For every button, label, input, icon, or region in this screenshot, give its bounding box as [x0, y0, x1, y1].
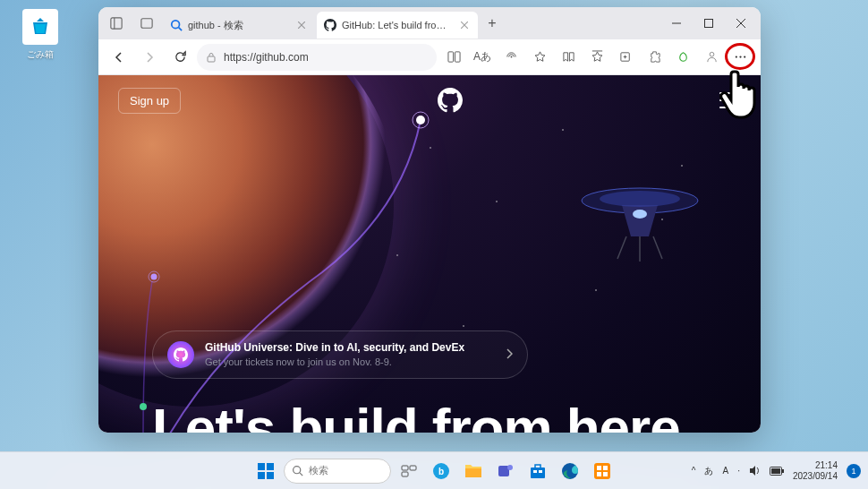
svg-point-15 [710, 52, 714, 56]
notification-badge[interactable]: 1 [847, 464, 861, 478]
performance-button[interactable] [669, 44, 696, 71]
hero-heading: Let's build from here [152, 396, 680, 433]
svg-point-29 [600, 191, 680, 207]
github-favicon-icon [324, 19, 336, 31]
svg-point-18 [744, 56, 745, 57]
profile-button[interactable] [698, 44, 725, 71]
battery-icon[interactable] [770, 467, 784, 476]
volume-icon[interactable] [749, 465, 761, 476]
network-icon[interactable]: · [737, 466, 740, 476]
svg-rect-47 [539, 470, 542, 473]
favorites-bar-button[interactable] [583, 44, 610, 71]
tab-github[interactable]: GitHub: Let's build from here · Gi [317, 12, 478, 39]
menu-button[interactable] [719, 92, 741, 108]
url-input[interactable]: https://github.com [197, 44, 437, 71]
translate-button[interactable]: Aあ [469, 44, 496, 71]
lock-icon [206, 52, 217, 63]
svg-rect-45 [531, 468, 545, 478]
svg-point-30 [633, 210, 647, 219]
tab-search-title: github - 検索 [188, 19, 290, 32]
tray-expand-icon[interactable]: ^ [692, 466, 696, 476]
svg-rect-2 [141, 19, 152, 29]
universe-promo-link[interactable]: GitHub Universe: Dive in to AI, security… [152, 330, 528, 379]
tab-github-title: GitHub: Let's build from here · Gi [342, 20, 453, 30]
svg-point-3 [172, 21, 180, 29]
settings-menu-button[interactable] [727, 44, 753, 71]
read-aloud-button[interactable] [498, 44, 524, 71]
recycle-bin-label: ごみ箱 [18, 48, 63, 61]
date-text: 2023/09/14 [793, 471, 838, 482]
search-placeholder: 検索 [309, 464, 328, 477]
promo-text: GitHub Universe: Dive in to AI, security… [205, 341, 495, 368]
teams-button[interactable] [491, 457, 520, 485]
svg-rect-51 [603, 466, 608, 470]
reading-list-button[interactable] [555, 44, 582, 71]
ime-alpha-indicator[interactable]: A [722, 466, 728, 476]
tab-search[interactable]: github - 検索 [163, 12, 315, 39]
github-logo-icon[interactable] [438, 88, 463, 113]
url-text: https://github.com [224, 51, 309, 64]
taskbar-center: 検索 b [251, 452, 617, 489]
svg-line-27 [653, 236, 662, 259]
ime-mode-indicator[interactable]: あ [704, 465, 713, 477]
drone-illustration [573, 174, 707, 263]
svg-rect-38 [410, 466, 416, 470]
github-page: Sign up GitHub Universe: Dive in to AI, … [98, 75, 761, 433]
clock[interactable]: 21:14 2023/09/14 [793, 460, 838, 482]
svg-point-44 [507, 465, 513, 470]
chat-button[interactable]: b [427, 457, 455, 485]
github-header: Sign up [98, 75, 761, 125]
svg-rect-52 [597, 472, 601, 476]
task-view-button[interactable] [395, 457, 423, 485]
search-icon [292, 465, 303, 476]
extensions-button[interactable] [641, 44, 668, 71]
tab-search-close[interactable] [295, 19, 308, 31]
new-tab-button[interactable]: + [480, 11, 505, 36]
svg-rect-53 [603, 472, 608, 476]
tab-strip: github - 検索 GitHub: Let's build from her… [98, 7, 761, 39]
svg-rect-50 [597, 466, 601, 470]
svg-text:b: b [438, 467, 444, 476]
forward-button[interactable] [136, 44, 163, 71]
tab-actions-button[interactable] [132, 11, 161, 36]
tab-github-close[interactable] [458, 19, 471, 31]
svg-rect-8 [447, 52, 453, 62]
taskbar-search[interactable]: 検索 [284, 459, 391, 484]
minimize-button[interactable] [660, 9, 693, 38]
back-button[interactable] [106, 44, 132, 71]
taskbar-right: ^ あ A · 21:14 2023/09/14 1 [692, 460, 861, 482]
split-screen-button[interactable] [440, 44, 467, 71]
svg-rect-9 [455, 52, 460, 62]
svg-rect-37 [402, 466, 408, 470]
svg-line-4 [179, 28, 183, 31]
chevron-right-icon [506, 347, 513, 363]
signup-button[interactable]: Sign up [118, 88, 181, 114]
collections-button[interactable] [612, 44, 639, 71]
svg-rect-34 [267, 472, 274, 479]
window-controls [660, 9, 757, 38]
time-text: 21:14 [793, 460, 838, 471]
svg-rect-46 [533, 470, 537, 473]
store-button[interactable] [523, 457, 552, 485]
edge-button[interactable] [556, 457, 584, 485]
vertical-tabs-button[interactable] [102, 11, 131, 36]
app-button[interactable] [588, 457, 617, 485]
svg-point-16 [735, 56, 736, 57]
refresh-button[interactable] [166, 44, 193, 71]
svg-point-35 [294, 467, 301, 474]
start-button[interactable] [251, 457, 280, 485]
maximize-button[interactable] [693, 9, 725, 38]
address-bar: https://github.com Aあ [98, 39, 761, 75]
recycle-bin-icon [22, 9, 58, 45]
svg-line-26 [617, 236, 626, 259]
browser-window: github - 検索 GitHub: Let's build from her… [98, 7, 761, 433]
promo-title: GitHub Universe: Dive in to AI, security… [205, 341, 495, 356]
favorite-button[interactable] [526, 44, 553, 71]
explorer-button[interactable] [459, 457, 488, 485]
universe-icon [167, 341, 194, 368]
close-window-button[interactable] [725, 9, 757, 38]
desktop-recycle-bin[interactable]: ごみ箱 [18, 9, 63, 61]
svg-rect-49 [594, 463, 610, 479]
promo-subtitle: Get your tickets now to join us on Nov. … [205, 356, 495, 368]
search-favicon-icon [170, 19, 183, 31]
